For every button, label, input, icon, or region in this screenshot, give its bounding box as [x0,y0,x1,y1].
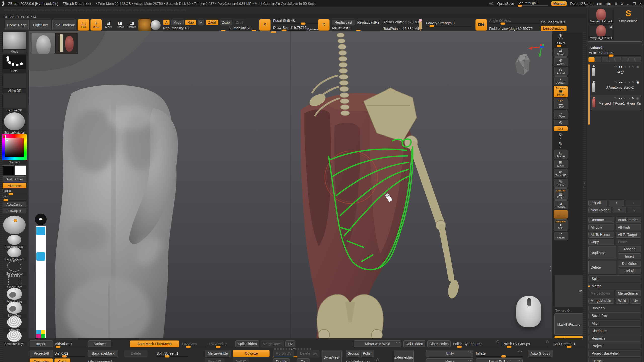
rotate-view-button[interactable]: ↻ Rotate [554,179,568,188]
zremesher-button[interactable]: ZRemesher [394,350,414,362]
menu-draw[interactable] [31,10,37,11]
split-hidden-button[interactable]: Split Hidden [235,340,259,347]
all-to-home-button[interactable]: All To Home [588,232,614,238]
menu-marker[interactable] [92,10,98,11]
color-palette[interactable] [36,330,45,338]
home-page-button[interactable]: Home Page [5,20,29,30]
menu-texture[interactable] [147,10,152,11]
paste-button[interactable]: Paste [616,239,641,245]
zoom3d-button[interactable]: ⊕ Zoom3D [554,169,568,178]
clipboard-tool[interactable] [36,321,45,329]
pencil-icon[interactable] [417,19,424,32]
bpr-button[interactable]: ◉ BPR [554,32,568,40]
menu-stroke[interactable] [140,10,145,11]
rename-button[interactable]: Rename [588,217,614,223]
fillobject-button[interactable]: FillObject [2,208,26,213]
stroke-curve-icon[interactable]: S [259,19,271,31]
merge-section-button[interactable]: Merge [588,283,641,289]
shade-icon[interactable]: ◐ [624,96,626,100]
subtool-tab-v7[interactable] [628,57,635,62]
pen-off-tool[interactable] [36,244,45,252]
unify-button[interactable]: Unifyx y z [426,350,473,357]
solo-button[interactable]: Dynamic ● Solo [554,219,568,231]
pen-nib-icon[interactable]: ✒ [35,214,47,225]
uv-button-bottom[interactable]: Uv [285,340,295,347]
distribute-button[interactable]: Distribute [588,328,641,334]
delete2-button[interactable]: Delete [297,350,313,357]
move-button[interactable]: M Move [103,19,114,31]
frame-button[interactable]: ⊡ Frame [554,150,568,159]
m-button[interactable]: M [198,20,204,25]
dot-size[interactable] [36,278,45,286]
visibility-eye-icon[interactable]: ◉ [636,65,639,69]
rgb-intensity-slider[interactable]: Rgb Intensity 100 [163,26,226,32]
autoreorder-button[interactable]: AutoReorder [616,217,641,223]
color-tab[interactable]: Color [54,358,70,362]
texture-on-label[interactable]: Texture On [555,309,585,312]
bevel-pro-button[interactable]: Bevel Pro [588,312,641,319]
stroke-thumb-dots[interactable]: Dots [2,54,26,73]
brush-selectrect[interactable]: SelectRect [2,276,26,289]
colorize-button[interactable]: Colorize [233,350,270,357]
persp-button[interactable]: Dynamic ▦ Persp [554,86,568,97]
storemt-button[interactable]: StoreMT [205,358,224,362]
new-folder-button[interactable]: New Folder [588,207,611,213]
menu-light[interactable] [79,10,84,11]
flip-icon[interactable]: ↷ [614,96,617,100]
brush-maskpen[interactable]: MaskPen [2,303,26,317]
rf-slider[interactable]: Rf 0 [2,195,26,201]
whiteboard-tool[interactable] [36,304,45,312]
menu-dynamics[interactable] [38,10,44,11]
hue-sv-picker[interactable] [2,134,27,160]
alpha-thumb[interactable]: Alpha Off [2,74,26,93]
all-to-target-button[interactable]: All To Target [616,232,641,238]
menus-button[interactable]: Menus [551,1,567,6]
ghost-button[interactable]: ◌ Ghost [554,210,568,219]
del-other-button[interactable]: Del Other [618,261,641,267]
backfacemask-button[interactable]: BackfaceMask [88,350,118,357]
polish-button-bottom[interactable]: Polish [361,350,374,357]
split-screen-slider-left[interactable]: Split Screen 1 [156,349,188,357]
material-basic[interactable]: BasicMaterial [2,236,26,248]
subtool-row-merged[interactable]: ↷ ●● ◐ ◑ ✎ ◉ Merged_TPose1_Ryan_Kingslie [591,95,641,110]
move-into-folder-button[interactable]: ↷ [613,207,626,213]
xpose-button[interactable]: ∷ Xpose [554,232,568,240]
alternate-button[interactable]: Alternate [2,183,26,188]
rotate-y-button[interactable]: ↻ Y [554,132,568,140]
material-basicb[interactable]: BasicMaterialB [2,248,26,260]
menu-brush[interactable] [11,10,16,11]
spix-slider[interactable]: SPix 3 [554,41,568,47]
menu-zplugin[interactable] [167,10,173,11]
document-divider-handle[interactable] [271,31,276,33]
subtool-tab-v5[interactable] [615,57,621,62]
uv-button[interactable]: Uv [630,298,641,304]
deep-shadow-button[interactable]: DeepShadow [541,26,567,31]
lsym-button[interactable]: ↔ L.Sym [554,110,568,119]
undo-tool[interactable] [36,287,45,295]
mergedown-button-bottom[interactable]: MergeDown [261,340,284,347]
subtool-row-anatomy[interactable]: ↷ ●● ◐ ◑ ✎ ◉ J Anatomy Step-2 [591,79,641,95]
menu-zscript[interactable] [174,10,179,11]
document-canvas[interactable]: ▲▼ ✒ [29,31,552,338]
visible-count-slider[interactable]: Visible Count 14 [589,51,641,56]
menu-movie[interactable] [106,10,111,11]
all-high-button[interactable]: All High [616,224,641,230]
duplicate-button[interactable]: Duplicate [588,246,616,259]
adjust-last-slider[interactable]: AdjustLast 1 [332,26,381,32]
weld-button[interactable]: Weld [616,298,629,304]
angle-of-view-slider[interactable]: Angle Of View [489,19,539,24]
polypaint-icon[interactable]: ●● [619,65,623,69]
axis-gizmo[interactable] [529,44,544,57]
import-button[interactable]: Import [30,340,53,347]
screenshot-tool[interactable] [36,312,45,321]
menu-macro[interactable] [86,10,91,11]
merge-down-button[interactable]: MergeDown [588,290,614,296]
polish-by-groups-slider[interactable]: Polish By Groups [503,340,548,347]
mirror-and-weld-button[interactable]: Mirror And Weldx y z [354,340,401,347]
split-screen-slider-right[interactable]: Split Screen 1 [553,340,585,347]
subtool-tab-v8[interactable] [635,57,641,62]
mrgb-button[interactable]: Mrgb [171,20,184,25]
move-out-folder-button[interactable]: ↳ [628,207,641,213]
canvas-scroll-arrows[interactable]: ▲▼ [549,265,552,272]
list-all-button[interactable]: List All [588,200,607,206]
